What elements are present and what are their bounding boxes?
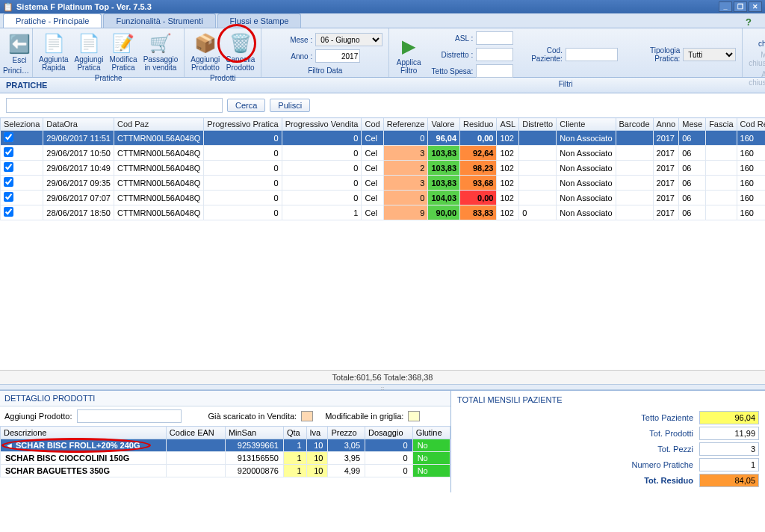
splitter[interactable]: ::: [0, 384, 765, 390]
cancella-prodotto-button[interactable]: 🗑️Cancella Prodotto: [223, 30, 258, 73]
table-row[interactable]: 28/06/2017 18:50CTTMRN00L56A048Q01Cel990…: [1, 205, 766, 220]
col-header[interactable]: Fascia: [706, 118, 737, 131]
modificabile-label: Modificabile in griglia:: [325, 412, 403, 421]
col-header[interactable]: Residuo: [460, 118, 497, 131]
det-col-header[interactable]: MinSan: [225, 427, 283, 439]
aggiungi-prodotto-label: Aggiungi Prodotto:: [4, 412, 72, 421]
det-col-header[interactable]: Prezzo: [328, 427, 365, 439]
group-principale: Princi…: [3, 66, 29, 75]
help-icon[interactable]: ?: [746, 16, 752, 28]
app-title: Sistema F Platinum Top - Ver. 7.5.3: [16, 2, 152, 11]
table-row[interactable]: 29/06/2017 07:07CTTMRN00L56A048Q00Cel010…: [1, 191, 766, 205]
add-product-icon: 📦: [193, 31, 217, 55]
sale-icon: 🛒: [149, 31, 173, 55]
search-input[interactable]: [6, 98, 223, 113]
pratiche-grid[interactable]: SelezionaDataOraCod PazProgressivo Prati…: [0, 117, 765, 220]
table-row[interactable]: 29/06/2017 09:35CTTMRN00L56A048Q00Cel310…: [1, 176, 766, 191]
esci-button[interactable]: ⬅️ Esci: [3, 31, 36, 66]
minimize-button[interactable]: _: [719, 1, 732, 12]
tab-pratiche[interactable]: Pratiche - Principale: [3, 13, 102, 28]
tetto-input[interactable]: [476, 64, 513, 78]
col-header[interactable]: Valore: [428, 118, 460, 131]
row-checkbox[interactable]: [4, 192, 13, 202]
det-row[interactable]: ◄ SCHAR BISC FROLL+20% 240G9253996611103…: [1, 439, 450, 452]
tot-residuo-value: 84,05: [699, 474, 759, 487]
cerca-button[interactable]: Cerca: [227, 99, 265, 112]
restore-button[interactable]: ❐: [734, 1, 747, 12]
close-button[interactable]: ✕: [749, 1, 762, 12]
scaricato-label: Già scaricato in Vendita:: [208, 412, 297, 421]
tab-funzionalita[interactable]: Funzionalità - Strumenti: [103, 13, 215, 28]
totali-header: TOTALI MENSILI PAZIENTE: [457, 394, 759, 409]
col-header[interactable]: Mese: [679, 118, 706, 131]
col-header[interactable]: Distretto: [519, 118, 557, 131]
mesec-label: Mese chiusura:: [749, 51, 765, 67]
totals-footer: Totale:601,56 Totale:368,38: [0, 370, 765, 384]
table-row[interactable]: 29/06/2017 11:51CTTMRN00L56A048Q00Cel096…: [1, 131, 766, 146]
modifica-pratica-button[interactable]: 📝Modifica Pratica: [106, 30, 140, 73]
col-header[interactable]: Barcode: [616, 118, 653, 131]
aggiungi-prodotto-button[interactable]: 📦Aggiungi Prodotto: [188, 30, 223, 73]
tot-pezzi-label: Tot. Pezzi: [657, 445, 693, 454]
stato-label: Stato chiusura:: [749, 31, 765, 48]
applica-filtro-button[interactable]: ▶Applica Filtro: [392, 33, 425, 76]
col-header[interactable]: Seleziona: [1, 118, 43, 131]
aggiungi-prodotto-input[interactable]: [77, 409, 182, 423]
det-col-header[interactable]: Qta: [283, 427, 306, 439]
col-header[interactable]: Anno: [653, 118, 679, 131]
col-header[interactable]: Cod Reg: [737, 118, 765, 131]
passaggio-vendita-button[interactable]: 🛒Passaggio in vendita: [140, 30, 182, 73]
play-icon: ▶: [397, 34, 421, 58]
col-header[interactable]: Progressivo Vendita: [282, 118, 362, 131]
codpaz-label: Cod. Paziente:: [531, 46, 563, 63]
det-col-header[interactable]: Iva: [306, 427, 328, 439]
mese-select[interactable]: 06 - Giugno: [315, 33, 382, 46]
swatch-scaricato: [301, 411, 313, 421]
annoc-label: Anno chiusura:: [749, 70, 765, 87]
aggiunta-rapida-button[interactable]: 📄Aggiunta Rapida: [36, 30, 71, 73]
group-prodotti: Prodotti: [188, 73, 258, 83]
tot-pezzi-value: 3: [699, 442, 759, 456]
tetto-paziente-value: 96,04: [699, 411, 759, 424]
pulisci-button[interactable]: Pulisci: [270, 99, 310, 112]
col-header[interactable]: Referenze: [383, 118, 428, 131]
ribbon: ⬅️ Esci Princi… 📄Aggiunta Rapida 📄Aggiun…: [0, 28, 765, 78]
asl-input[interactable]: [476, 31, 513, 45]
numero-pratiche-label: Numero Pratiche: [631, 460, 693, 469]
det-col-header[interactable]: Descrizione: [1, 427, 167, 439]
distretto-input[interactable]: [476, 48, 513, 61]
col-header[interactable]: Cliente: [557, 118, 616, 131]
row-checkbox[interactable]: [4, 147, 13, 157]
tot-prodotti-value: 11,99: [699, 427, 759, 440]
table-row[interactable]: 29/06/2017 10:49CTTMRN00L56A048Q00Cel210…: [1, 161, 766, 176]
tab-flussi[interactable]: Flussi e Stampe: [217, 13, 302, 28]
row-checkbox[interactable]: [4, 207, 13, 217]
tipologia-select[interactable]: Tutti: [683, 48, 736, 61]
app-icon: 📋: [3, 2, 13, 12]
det-col-header[interactable]: Codice EAN: [166, 427, 225, 439]
add-doc-icon: 📄: [77, 31, 101, 55]
tetto-paziente-label: Tetto Paziente: [641, 413, 693, 422]
tot-residuo-label: Tot. Residuo: [644, 476, 693, 485]
det-col-header[interactable]: Dosaggio: [365, 427, 413, 439]
col-header[interactable]: Cod: [362, 118, 383, 131]
row-checkbox[interactable]: [4, 177, 13, 187]
numero-pratiche-value: 1: [699, 458, 759, 471]
dettaglio-grid[interactable]: DescrizioneCodice EANMinSanQtaIvaPrezzoD…: [0, 426, 450, 477]
det-row[interactable]: SCHAR BISC CIOCCOLINI 150G9131565501103,…: [1, 452, 450, 465]
group-visualizza: Visualizza: [746, 88, 765, 98]
tipologia-label: Tipologia Pratica:: [636, 46, 680, 63]
table-row[interactable]: 29/06/2017 10:50CTTMRN00L56A048Q00Cel310…: [1, 146, 766, 161]
col-header[interactable]: DataOra: [43, 118, 114, 131]
col-header[interactable]: ASL: [497, 118, 519, 131]
aggiungi-pratica-button[interactable]: 📄Aggiungi Pratica: [71, 30, 106, 73]
col-header[interactable]: Progressivo Pratica: [204, 118, 282, 131]
anno-input[interactable]: [315, 49, 360, 63]
det-col-header[interactable]: Glutine: [412, 427, 450, 439]
row-checkbox[interactable]: [4, 162, 13, 172]
codpaz-input[interactable]: [566, 48, 618, 61]
group-filtrodata: Filtro Data: [264, 66, 385, 75]
det-row[interactable]: SCHAR BAGUETTES 350G9200008761104,990No: [1, 465, 450, 477]
col-header[interactable]: Cod Paz: [114, 118, 203, 131]
row-checkbox[interactable]: [4, 132, 13, 142]
